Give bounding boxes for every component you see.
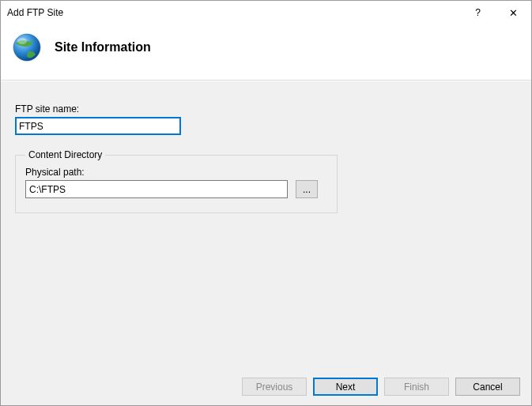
close-button[interactable]: ✕ (496, 1, 531, 24)
svg-point-0 (13, 34, 40, 61)
svg-point-1 (17, 38, 27, 44)
dialog-window: Add FTP Site ? ✕ Site Information (0, 0, 532, 406)
next-button[interactable]: Next (313, 378, 378, 396)
next-label: Next (336, 382, 356, 393)
wizard-body: FTP site name: Content Directory Physica… (1, 81, 531, 368)
previous-label: Previous (256, 382, 293, 393)
finish-button: Finish (384, 378, 449, 396)
content-directory-legend: Content Directory (25, 149, 105, 160)
cancel-label: Cancel (473, 382, 502, 393)
cancel-button[interactable]: Cancel (455, 378, 520, 396)
browse-button[interactable]: ... (296, 180, 318, 198)
site-name-input[interactable] (15, 117, 181, 135)
physical-path-row: ... (25, 180, 327, 198)
wizard-header: Site Information (1, 24, 531, 81)
ellipsis-icon: ... (303, 184, 311, 195)
physical-path-input[interactable] (25, 180, 288, 198)
close-icon: ✕ (509, 7, 518, 19)
window-title: Add FTP Site (7, 7, 460, 18)
finish-label: Finish (404, 382, 429, 393)
previous-button: Previous (242, 378, 307, 396)
wizard-footer: Previous Next Finish Cancel (1, 368, 531, 405)
wizard-title: Site Information (55, 40, 151, 55)
titlebar: Add FTP Site ? ✕ (1, 1, 531, 24)
site-name-label: FTP site name: (15, 103, 517, 115)
globe-icon (9, 29, 45, 66)
help-icon: ? (475, 7, 481, 18)
physical-path-label: Physical path: (25, 167, 327, 178)
content-directory-group: Content Directory Physical path: ... (15, 149, 338, 213)
help-button[interactable]: ? (460, 1, 496, 24)
